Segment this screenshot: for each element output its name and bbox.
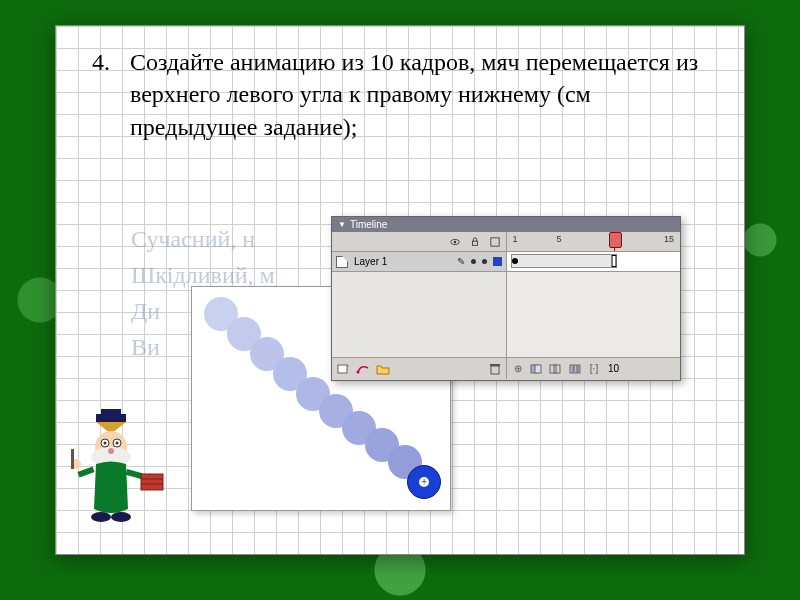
- svg-rect-16: [101, 409, 121, 416]
- svg-point-32: [91, 512, 111, 522]
- svg-point-23: [116, 442, 119, 445]
- layer-name: Layer 1: [354, 256, 387, 267]
- layer-header: [332, 232, 506, 252]
- add-layer-icon[interactable]: [336, 362, 350, 376]
- ruler-mark-15: 15: [664, 234, 674, 244]
- layer-empty-area: [332, 272, 506, 357]
- center-frame-icon[interactable]: ⊕: [511, 362, 525, 376]
- timeline-panel: ▼ Timeline Layer 1: [331, 216, 681, 381]
- layer-color-swatch[interactable]: [493, 257, 502, 266]
- wm-line-4: Ви: [131, 334, 160, 360]
- task-body: Создайте анимацию из 10 кадров, мяч пере…: [130, 46, 714, 143]
- frame-ruler[interactable]: 1 5 15: [507, 232, 680, 252]
- lock-icon[interactable]: [470, 237, 480, 247]
- onion-skin-outlines-icon[interactable]: [549, 362, 563, 376]
- ruler-mark-5: 5: [556, 234, 561, 244]
- wm-line-1: Сучасний, н: [131, 226, 255, 252]
- svg-rect-11: [554, 365, 560, 373]
- eye-icon[interactable]: [450, 237, 460, 247]
- layer-page-icon: [336, 256, 348, 268]
- ball-frame-10: [407, 465, 441, 499]
- svg-rect-12: [570, 365, 573, 373]
- svg-rect-7: [490, 364, 500, 366]
- svg-point-22: [104, 442, 107, 445]
- frame-span: [511, 254, 617, 268]
- svg-rect-4: [338, 365, 347, 373]
- svg-point-1: [454, 240, 457, 243]
- wm-line-3: Ди: [131, 298, 160, 324]
- timeline-titlebar[interactable]: ▼ Timeline: [332, 217, 680, 232]
- edit-multiple-frames-icon[interactable]: [568, 362, 582, 376]
- frames-pane: 1 5 15 ⊕: [507, 232, 680, 379]
- svg-rect-3: [491, 237, 499, 245]
- layer-pane: Layer 1 ✎: [332, 232, 507, 379]
- modify-markers-icon[interactable]: [·]: [587, 362, 601, 376]
- mascot-illustration: [66, 409, 176, 529]
- task-number: 4.: [86, 46, 110, 143]
- svg-rect-14: [578, 365, 580, 373]
- frame-track[interactable]: [507, 252, 680, 272]
- svg-rect-13: [574, 365, 577, 373]
- frames-footer: ⊕ [·] 10: [507, 357, 680, 379]
- onion-skin-icon[interactable]: [530, 362, 544, 376]
- wm-line-2: Шкідливий, м: [131, 262, 275, 288]
- current-frame-number: 10: [608, 363, 619, 374]
- delete-layer-icon[interactable]: [488, 362, 502, 376]
- timeline-body: Layer 1 ✎: [332, 232, 680, 379]
- outline-square-icon[interactable]: [490, 237, 500, 247]
- add-motion-guide-icon[interactable]: [356, 362, 370, 376]
- svg-point-24: [108, 448, 114, 454]
- svg-point-5: [357, 370, 360, 373]
- layer-vis-dot[interactable]: [471, 259, 476, 264]
- slide-card: 4. Создайте анимацию из 10 кадров, мяч п…: [55, 25, 745, 555]
- collapse-arrow-icon[interactable]: ▼: [338, 220, 346, 229]
- svg-rect-2: [473, 241, 478, 245]
- frames-empty-area: [507, 272, 680, 357]
- task-text-block: 4. Создайте анимацию из 10 кадров, мяч п…: [86, 46, 714, 143]
- keyframe-start[interactable]: [512, 258, 518, 264]
- ruler-mark-1: 1: [512, 234, 517, 244]
- keyframe-end[interactable]: [612, 255, 617, 267]
- playhead[interactable]: [614, 232, 615, 251]
- svg-rect-25: [77, 466, 94, 477]
- svg-rect-27: [71, 449, 74, 469]
- layer-row[interactable]: Layer 1 ✎: [332, 252, 506, 272]
- svg-rect-9: [535, 365, 541, 373]
- layer-footer: [332, 357, 506, 379]
- svg-rect-29: [141, 474, 163, 490]
- pencil-icon: ✎: [457, 256, 465, 267]
- add-folder-icon[interactable]: [376, 362, 390, 376]
- svg-rect-28: [125, 469, 142, 479]
- layer-lock-dot[interactable]: [482, 259, 487, 264]
- svg-rect-6: [491, 366, 499, 374]
- svg-rect-10: [550, 365, 556, 373]
- svg-point-33: [111, 512, 131, 522]
- timeline-title-text: Timeline: [350, 219, 387, 230]
